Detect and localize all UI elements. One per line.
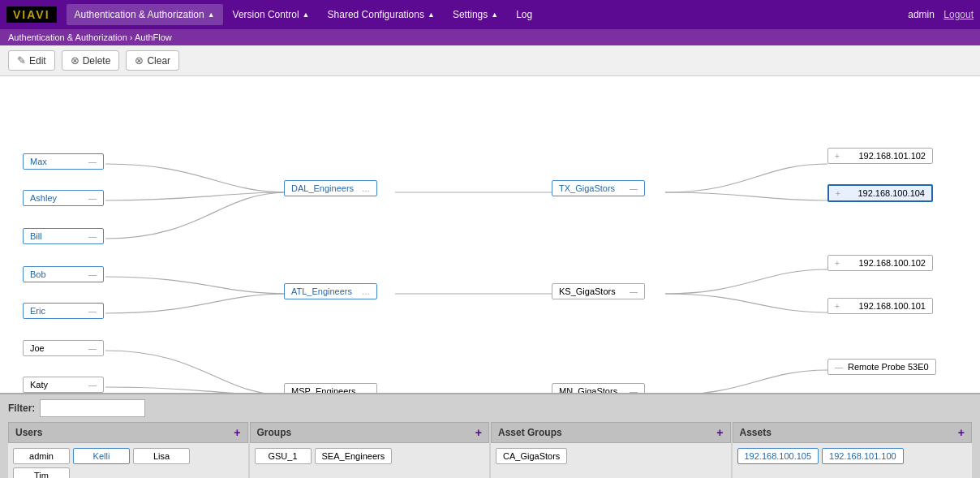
edit-icon: ✎ (17, 54, 26, 67)
node-remote-probe[interactable]: — Remote Probe 53E0 (827, 359, 936, 375)
node-joe[interactable]: Joe— (23, 340, 104, 356)
nav-arrow-version: ▲ (303, 11, 310, 19)
clear-button[interactable]: ⊗ Clear (126, 50, 179, 71)
nav-bar: Authentication & Authorization ▲ Version… (67, 4, 909, 25)
node-mn-gigastors[interactable]: MN_GigaStors— (552, 383, 645, 393)
user-area: admin Logout (908, 9, 974, 20)
assets-header: Assets + (733, 422, 973, 443)
edit-button[interactable]: ✎ Edit (8, 50, 55, 71)
node-max[interactable]: Max— (23, 153, 104, 170)
canvas-area: Max— Ashley— Bill— Bob— Eric— Joe— Katy—… (0, 76, 980, 393)
groups-body: GSU_1 SEA_Engineers (250, 443, 490, 469)
group-item-gsu1[interactable]: GSU_1 (255, 448, 312, 464)
connections-svg (0, 76, 980, 393)
node-bill[interactable]: Bill— (23, 228, 104, 244)
header: VIAVI Authentication & Authorization ▲ V… (0, 0, 980, 29)
breadcrumb: Authentication & Authorization › AuthFlo… (0, 29, 980, 45)
asset-groups-header: Asset Groups + (491, 422, 731, 443)
node-katy[interactable]: Katy— (23, 377, 104, 393)
logo-text: VIAVI (13, 8, 50, 21)
asset-item-100-105[interactable]: 192.168.100.105 (737, 448, 819, 464)
nav-arrow-auth: ▲ (208, 11, 215, 19)
user-item-admin[interactable]: admin (13, 448, 70, 464)
asset-groups-body: CA_GigaStors (491, 443, 731, 469)
add-asset-button[interactable]: + (958, 426, 965, 439)
node-dal-engineers[interactable]: DAL_Engineers… (284, 180, 377, 196)
node-eric[interactable]: Eric— (23, 303, 104, 319)
filter-label: Filter: (8, 403, 35, 414)
delete-icon: ⊗ (71, 54, 80, 67)
filter-row: Filter: (8, 399, 972, 417)
nav-arrow-shared: ▲ (428, 11, 435, 19)
nav-item-log[interactable]: Log (508, 4, 540, 25)
logout-link[interactable]: Logout (943, 9, 974, 20)
users-header: Users + (8, 422, 248, 443)
nav-item-version[interactable]: Version Control ▲ (225, 4, 318, 25)
node-ip-100-102[interactable]: + 192.168.100.102 (827, 255, 933, 271)
panel-col-assets: Assets + 192.168.100.105 192.168.101.100 (733, 422, 973, 478)
assets-body: 192.168.100.105 192.168.101.100 (733, 443, 973, 469)
groups-header: Groups + (250, 422, 490, 443)
node-ip-101-102[interactable]: + 192.168.101.102 (827, 148, 933, 164)
nav-item-shared[interactable]: Shared Configurations ▲ (320, 4, 443, 25)
nav-item-auth[interactable]: Authentication & Authorization ▲ (67, 4, 223, 25)
node-atl-engineers[interactable]: ATL_Engineers… (284, 283, 377, 299)
group-item-sea-engineers[interactable]: SEA_Engineers (315, 448, 393, 464)
nav-arrow-settings: ▲ (491, 11, 498, 19)
filter-input[interactable] (40, 399, 145, 417)
panel-col-asset-groups: Asset Groups + CA_GigaStors (491, 422, 731, 478)
panel-col-users: Users + admin Kelli Lisa Tim (8, 422, 248, 478)
node-tx-gigastors[interactable]: TX_GigaStors— (552, 180, 645, 196)
node-msp-engineers[interactable]: MSP_Engineers… (284, 383, 377, 393)
add-asset-group-button[interactable]: + (716, 426, 723, 439)
node-ks-gigastors[interactable]: KS_GigaStors— (552, 283, 645, 299)
user-item-kelli[interactable]: Kelli (73, 448, 130, 464)
asset-item-101-100[interactable]: 192.168.101.100 (822, 448, 904, 464)
toolbar: ✎ Edit ⊗ Delete ⊗ Clear (0, 45, 980, 76)
flow-container: Max— Ashley— Bill— Bob— Eric— Joe— Katy—… (0, 76, 980, 393)
bottom-panel: Filter: Users + admin Kelli Lisa Tim Gro… (0, 393, 980, 478)
user-item-lisa[interactable]: Lisa (133, 448, 190, 464)
add-user-button[interactable]: + (234, 426, 240, 439)
delete-button[interactable]: ⊗ Delete (62, 50, 120, 71)
node-ip-100-104[interactable]: + 192.168.100.104 (827, 184, 933, 202)
node-bob[interactable]: Bob— (23, 266, 104, 282)
users-body: admin Kelli Lisa Tim (8, 443, 248, 478)
panel-columns: Users + admin Kelli Lisa Tim Groups + GS… (8, 422, 972, 478)
clear-icon: ⊗ (135, 54, 144, 67)
nav-item-settings[interactable]: Settings ▲ (445, 4, 506, 25)
node-ashley[interactable]: Ashley— (23, 190, 104, 206)
logo: VIAVI (6, 6, 57, 23)
user-item-tim[interactable]: Tim (13, 467, 70, 478)
add-group-button[interactable]: + (475, 426, 482, 439)
node-ip-100-101[interactable]: + 192.168.100.101 (827, 298, 933, 314)
asset-group-item-ca[interactable]: CA_GigaStors (496, 448, 567, 464)
panel-col-groups: Groups + GSU_1 SEA_Engineers (250, 422, 490, 478)
username: admin (908, 9, 935, 20)
